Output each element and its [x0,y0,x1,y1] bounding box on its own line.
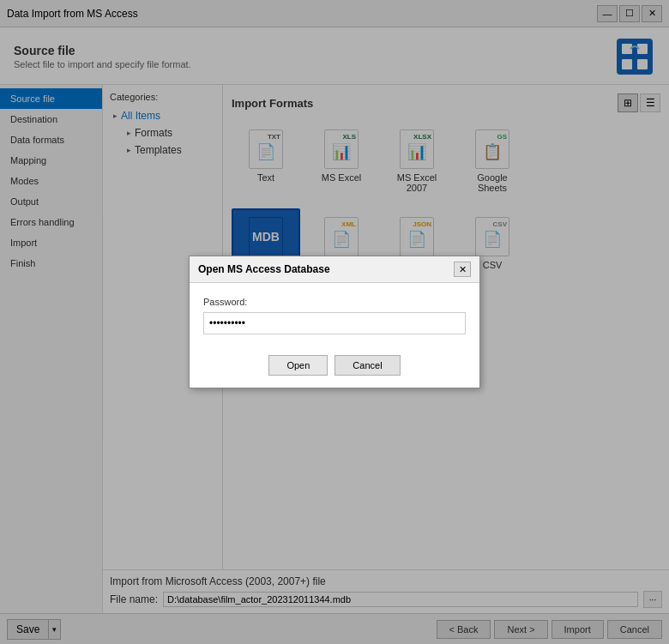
modal-footer: Open Cancel [190,348,479,388]
modal-overlay: Open MS Access Database ✕ Password: Open… [0,0,669,644]
modal-body: Password: [190,283,479,348]
password-label: Password: [203,297,466,307]
modal-cancel-button[interactable]: Cancel [334,355,400,376]
modal-title: Open MS Access Database [198,263,330,275]
modal-close-button[interactable]: ✕ [454,262,471,277]
modal-dialog: Open MS Access Database ✕ Password: Open… [189,256,480,388]
open-button[interactable]: Open [268,355,328,376]
password-input[interactable] [203,312,466,334]
modal-titlebar: Open MS Access Database ✕ [190,256,479,283]
